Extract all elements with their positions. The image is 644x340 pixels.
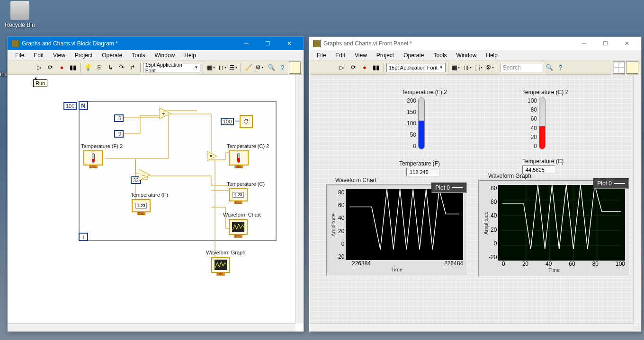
bd-canvas[interactable]: ↖ Run 100 N i (8, 75, 304, 331)
block-diagram-window: Graphs and Charts.vi Block Diagram * ─ ☐… (7, 36, 304, 332)
resize-button[interactable]: ⬚ (474, 62, 484, 73)
minimize-button[interactable]: ─ (573, 38, 595, 49)
const-9[interactable]: 9 (114, 130, 124, 138)
temp-f-label-bd: Temperature (F) (131, 192, 168, 198)
legend-line-icon (614, 183, 625, 184)
recycle-bin-label: Recycle Bin (1, 22, 39, 28)
vi-icon[interactable] (289, 61, 301, 74)
menu-file[interactable]: File (312, 51, 331, 59)
graph-icon (215, 260, 227, 270)
menu-operate[interactable]: Operate (399, 51, 429, 59)
search-icon[interactable]: 🔍 (267, 62, 277, 73)
bd-toolbar: ▷ ⟳ ● ▮▮ 💡 ⎘ ↳ ↷ ↱ 15pt Application Font… (8, 61, 304, 75)
menu-project[interactable]: Project (70, 51, 97, 59)
loop-count-const[interactable]: 100 (63, 102, 77, 110)
cleanup-button[interactable]: 🧹 (243, 62, 253, 73)
align-button[interactable]: ▦ (206, 62, 215, 73)
step-out-button[interactable]: ↱ (127, 62, 137, 73)
vi-icon[interactable] (626, 61, 638, 74)
abort-button[interactable]: ● (57, 62, 67, 73)
retain-wire-button[interactable]: ⎘ (94, 62, 104, 73)
labview-icon (313, 40, 321, 47)
numeric-icon: 1.23 (135, 203, 147, 209)
temp-c-terminal[interactable]: 1.23 DBL (229, 188, 248, 201)
close-button[interactable]: ✕ (616, 38, 637, 49)
svg-text:÷: ÷ (162, 110, 165, 117)
fp-titlebar[interactable]: Graphs and Charts.vi Front Panel * ─ ☐ ✕ (309, 37, 641, 50)
help-button[interactable]: ? (277, 62, 287, 73)
divide-node[interactable]: ÷ (159, 108, 170, 119)
run-continuous-button[interactable]: ⟳ (45, 62, 55, 73)
chart-ylabel: Amplitude (331, 213, 336, 236)
maximize-button[interactable]: ☐ (595, 38, 616, 49)
reorder-button[interactable]: ⚙ (485, 62, 495, 73)
wfm-chart-terminal[interactable]: DBL (229, 219, 248, 235)
distribute-button[interactable]: ⫼ (217, 62, 227, 73)
loop-i-terminal: i (79, 233, 88, 241)
const-100-wait[interactable]: 100 (221, 118, 234, 125)
maximize-button[interactable]: ☐ (257, 38, 278, 49)
minimize-button[interactable]: ─ (236, 38, 257, 49)
wait-node[interactable]: ⏱ (240, 115, 253, 128)
waveform-chart[interactable]: Plot 0 Amplitude 806040200-20 2263842264… (326, 184, 468, 277)
run-button[interactable]: ▷ (337, 62, 347, 73)
menu-help[interactable]: Help (481, 51, 502, 59)
chart-legend[interactable]: Plot 0 (431, 183, 467, 193)
search-input[interactable]: Search (501, 63, 543, 72)
subtract-node[interactable]: − (139, 169, 150, 181)
menu-view[interactable]: View (350, 51, 372, 59)
menu-view[interactable]: View (48, 51, 70, 59)
highlight-execution-button[interactable]: 💡 (83, 62, 93, 73)
bd-title: Graphs and Charts.vi Block Diagram * (22, 40, 236, 47)
svg-text:−: − (142, 172, 145, 178)
menu-help[interactable]: Help (179, 51, 201, 59)
temp-f2-terminal[interactable]: DBL (83, 150, 103, 166)
menu-project[interactable]: Project (372, 51, 399, 59)
menu-edit[interactable]: Edit (29, 51, 48, 59)
fp-scrollbar-horizontal[interactable] (309, 323, 633, 331)
menu-file[interactable]: File (10, 51, 29, 59)
close-button[interactable]: ✕ (278, 38, 300, 49)
menu-window[interactable]: Window (452, 51, 482, 59)
pause-button[interactable]: ▮▮ (68, 62, 78, 73)
multiply-node[interactable]: × (207, 151, 217, 161)
graph-legend[interactable]: Plot 0 (593, 178, 629, 189)
labview-icon (11, 40, 19, 47)
run-continuous-button[interactable]: ⟳ (348, 62, 358, 73)
font-selector[interactable]: 15pt Application Font (143, 63, 201, 72)
menu-edit[interactable]: Edit (331, 51, 350, 59)
temp-c2-terminal[interactable]: DBL (229, 150, 249, 166)
graph-xlabel: Time (483, 267, 625, 273)
const-5[interactable]: 5 (114, 114, 124, 122)
temp-c2-thermometer: 100806040200 (539, 97, 546, 149)
temp-f-terminal[interactable]: 1.23 DBL (132, 199, 151, 212)
temp-f2-thermometer[interactable]: 200150100500 (418, 97, 425, 149)
align-button[interactable]: ▦ (451, 62, 461, 73)
order-button[interactable]: ⚙ (254, 62, 264, 73)
bd-scrollbar-horizontal[interactable] (8, 323, 295, 331)
wfm-graph-terminal[interactable]: DBL (211, 257, 230, 273)
help-button[interactable]: ? (555, 62, 566, 73)
desktop-recycle-bin[interactable]: Recycle Bin (1, 1, 39, 28)
reorder-button[interactable]: ☰ (228, 62, 238, 73)
waveform-graph[interactable]: Plot 0 Amplitude 806040200-20 0204060801… (478, 180, 630, 277)
connector-pane[interactable] (613, 61, 625, 74)
font-selector[interactable]: 15pt Application Font (386, 63, 446, 72)
pause-button[interactable]: ▮▮ (371, 62, 381, 73)
run-button[interactable]: ▷ (35, 62, 45, 73)
fp-canvas[interactable]: Temperature (F) 2 200150100500 Temperatu… (309, 75, 641, 331)
menu-window[interactable]: Window (150, 51, 180, 59)
search-icon[interactable]: 🔍 (544, 62, 555, 73)
fp-scrollbar-vertical[interactable] (633, 75, 641, 323)
step-over-button[interactable]: ↷ (116, 62, 126, 73)
menu-tools[interactable]: Tools (429, 51, 452, 59)
menu-tools[interactable]: Tools (127, 51, 150, 59)
bd-scrollbar-vertical[interactable] (295, 75, 304, 323)
temp-c2-ticks: 100806040200 (528, 97, 537, 149)
menu-operate[interactable]: Operate (97, 51, 127, 59)
graph-xticks: 020406080100 (483, 261, 625, 267)
bd-titlebar[interactable]: Graphs and Charts.vi Block Diagram * ─ ☐… (8, 37, 304, 50)
step-into-button[interactable]: ↳ (105, 62, 115, 73)
distribute-button[interactable]: ⫼ (462, 62, 473, 73)
abort-button[interactable]: ● (359, 62, 370, 73)
